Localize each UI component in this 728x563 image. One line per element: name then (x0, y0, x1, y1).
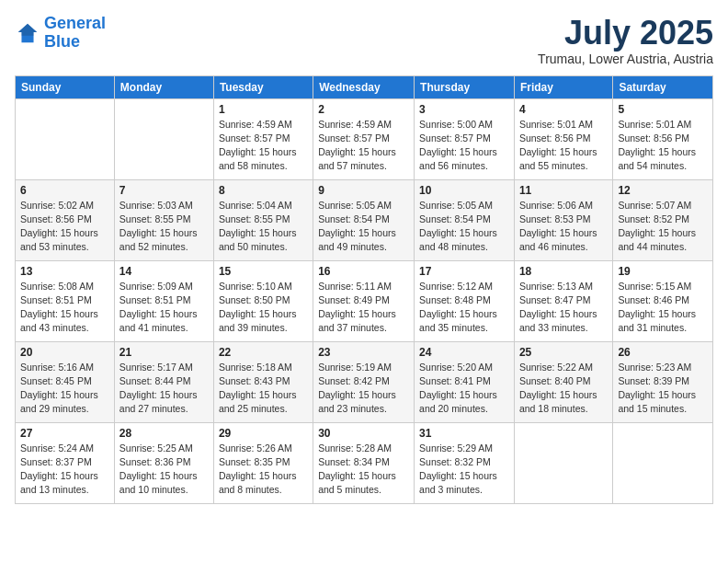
day-info: Sunrise: 5:10 AMSunset: 8:50 PMDaylight:… (219, 280, 308, 336)
day-number: 24 (419, 346, 509, 359)
day-info: Sunrise: 4:59 AMSunset: 8:57 PMDaylight:… (219, 118, 308, 174)
day-number: 29 (219, 427, 308, 440)
calendar-cell: 17Sunrise: 5:12 AMSunset: 8:48 PMDayligh… (415, 260, 515, 341)
day-info: Sunrise: 5:17 AMSunset: 8:44 PMDaylight:… (119, 361, 209, 417)
day-number: 25 (519, 346, 608, 359)
calendar-cell: 26Sunrise: 5:23 AMSunset: 8:39 PMDayligh… (613, 341, 713, 422)
day-info: Sunrise: 4:59 AMSunset: 8:57 PMDaylight:… (318, 118, 409, 174)
calendar-cell: 16Sunrise: 5:11 AMSunset: 8:49 PMDayligh… (313, 260, 415, 341)
calendar-cell: 2Sunrise: 4:59 AMSunset: 8:57 PMDaylight… (313, 98, 415, 179)
day-number: 22 (219, 346, 308, 359)
day-number: 15 (219, 265, 308, 278)
day-info: Sunrise: 5:01 AMSunset: 8:56 PMDaylight:… (519, 118, 608, 174)
calendar-cell: 11Sunrise: 5:06 AMSunset: 8:53 PMDayligh… (514, 179, 612, 260)
day-number: 9 (318, 184, 409, 197)
weekday-header-monday: Monday (114, 75, 213, 98)
day-number: 4 (519, 103, 608, 116)
calendar-cell (613, 422, 713, 503)
day-number: 20 (20, 346, 109, 359)
location-subtitle: Trumau, Lower Austria, Austria (538, 52, 713, 66)
day-info: Sunrise: 5:24 AMSunset: 8:37 PMDaylight:… (20, 442, 109, 498)
day-number: 10 (419, 184, 509, 197)
page-header: General Blue July 2025 Trumau, Lower Aus… (15, 15, 713, 66)
logo-icon (15, 20, 40, 46)
calendar-cell: 20Sunrise: 5:16 AMSunset: 8:45 PMDayligh… (16, 341, 115, 422)
calendar-cell: 13Sunrise: 5:08 AMSunset: 8:51 PMDayligh… (16, 260, 115, 341)
day-number: 17 (419, 265, 509, 278)
title-block: July 2025 Trumau, Lower Austria, Austria (538, 15, 713, 66)
weekday-header-friday: Friday (514, 75, 612, 98)
day-number: 18 (519, 265, 608, 278)
day-number: 7 (119, 184, 209, 197)
calendar-cell: 9Sunrise: 5:05 AMSunset: 8:54 PMDaylight… (313, 179, 415, 260)
calendar-cell: 24Sunrise: 5:20 AMSunset: 8:41 PMDayligh… (415, 341, 515, 422)
calendar-cell: 27Sunrise: 5:24 AMSunset: 8:37 PMDayligh… (16, 422, 115, 503)
day-info: Sunrise: 5:03 AMSunset: 8:55 PMDaylight:… (119, 199, 209, 255)
calendar-header-row: SundayMondayTuesdayWednesdayThursdayFrid… (16, 75, 713, 98)
day-number: 13 (20, 265, 109, 278)
calendar-table: SundayMondayTuesdayWednesdayThursdayFrid… (15, 75, 713, 504)
day-number: 2 (318, 103, 409, 116)
calendar-cell: 1Sunrise: 4:59 AMSunset: 8:57 PMDaylight… (213, 98, 313, 179)
day-info: Sunrise: 5:05 AMSunset: 8:54 PMDaylight:… (318, 199, 409, 255)
day-number: 26 (618, 346, 708, 359)
calendar-cell: 19Sunrise: 5:15 AMSunset: 8:46 PMDayligh… (613, 260, 713, 341)
calendar-cell: 3Sunrise: 5:00 AMSunset: 8:57 PMDaylight… (415, 98, 515, 179)
weekday-header-thursday: Thursday (415, 75, 515, 98)
calendar-cell: 25Sunrise: 5:22 AMSunset: 8:40 PMDayligh… (514, 341, 612, 422)
day-info: Sunrise: 5:01 AMSunset: 8:56 PMDaylight:… (618, 118, 708, 174)
day-info: Sunrise: 5:20 AMSunset: 8:41 PMDaylight:… (419, 361, 509, 417)
day-info: Sunrise: 5:00 AMSunset: 8:57 PMDaylight:… (419, 118, 509, 174)
calendar-week-row: 20Sunrise: 5:16 AMSunset: 8:45 PMDayligh… (16, 341, 713, 422)
day-info: Sunrise: 5:11 AMSunset: 8:49 PMDaylight:… (318, 280, 409, 336)
day-info: Sunrise: 5:29 AMSunset: 8:32 PMDaylight:… (419, 442, 509, 498)
day-number: 31 (419, 427, 509, 440)
calendar-cell: 22Sunrise: 5:18 AMSunset: 8:43 PMDayligh… (213, 341, 313, 422)
calendar-cell: 5Sunrise: 5:01 AMSunset: 8:56 PMDaylight… (613, 98, 713, 179)
day-info: Sunrise: 5:25 AMSunset: 8:36 PMDaylight:… (119, 442, 209, 498)
day-number: 11 (519, 184, 608, 197)
svg-marker-1 (18, 24, 38, 36)
calendar-cell: 30Sunrise: 5:28 AMSunset: 8:34 PMDayligh… (313, 422, 415, 503)
day-info: Sunrise: 5:05 AMSunset: 8:54 PMDaylight:… (419, 199, 509, 255)
logo-text: General Blue (44, 15, 106, 52)
weekday-header-saturday: Saturday (613, 75, 713, 98)
day-number: 1 (219, 103, 308, 116)
calendar-week-row: 1Sunrise: 4:59 AMSunset: 8:57 PMDaylight… (16, 98, 713, 179)
weekday-header-tuesday: Tuesday (213, 75, 313, 98)
day-info: Sunrise: 5:15 AMSunset: 8:46 PMDaylight:… (618, 280, 708, 336)
calendar-week-row: 13Sunrise: 5:08 AMSunset: 8:51 PMDayligh… (16, 260, 713, 341)
day-number: 19 (618, 265, 708, 278)
logo: General Blue (15, 15, 106, 52)
day-number: 21 (119, 346, 209, 359)
calendar-week-row: 27Sunrise: 5:24 AMSunset: 8:37 PMDayligh… (16, 422, 713, 503)
day-number: 3 (419, 103, 509, 116)
month-year-title: July 2025 (538, 15, 713, 52)
calendar-cell: 7Sunrise: 5:03 AMSunset: 8:55 PMDaylight… (114, 179, 213, 260)
calendar-cell: 10Sunrise: 5:05 AMSunset: 8:54 PMDayligh… (415, 179, 515, 260)
calendar-cell: 21Sunrise: 5:17 AMSunset: 8:44 PMDayligh… (114, 341, 213, 422)
day-number: 12 (618, 184, 708, 197)
day-number: 28 (119, 427, 209, 440)
calendar-week-row: 6Sunrise: 5:02 AMSunset: 8:56 PMDaylight… (16, 179, 713, 260)
day-number: 14 (119, 265, 209, 278)
calendar-cell (514, 422, 612, 503)
day-info: Sunrise: 5:12 AMSunset: 8:48 PMDaylight:… (419, 280, 509, 336)
day-info: Sunrise: 5:18 AMSunset: 8:43 PMDaylight:… (219, 361, 308, 417)
day-info: Sunrise: 5:26 AMSunset: 8:35 PMDaylight:… (219, 442, 308, 498)
day-info: Sunrise: 5:16 AMSunset: 8:45 PMDaylight:… (20, 361, 109, 417)
day-number: 5 (618, 103, 708, 116)
calendar-cell: 18Sunrise: 5:13 AMSunset: 8:47 PMDayligh… (514, 260, 612, 341)
calendar-cell: 28Sunrise: 5:25 AMSunset: 8:36 PMDayligh… (114, 422, 213, 503)
day-info: Sunrise: 5:07 AMSunset: 8:52 PMDaylight:… (618, 199, 708, 255)
day-number: 16 (318, 265, 409, 278)
day-number: 27 (20, 427, 109, 440)
calendar-cell (114, 98, 213, 179)
day-info: Sunrise: 5:23 AMSunset: 8:39 PMDaylight:… (618, 361, 708, 417)
day-number: 8 (219, 184, 308, 197)
calendar-cell (16, 98, 115, 179)
day-number: 23 (318, 346, 409, 359)
calendar-cell: 4Sunrise: 5:01 AMSunset: 8:56 PMDaylight… (514, 98, 612, 179)
day-info: Sunrise: 5:08 AMSunset: 8:51 PMDaylight:… (20, 280, 109, 336)
day-info: Sunrise: 5:04 AMSunset: 8:55 PMDaylight:… (219, 199, 308, 255)
